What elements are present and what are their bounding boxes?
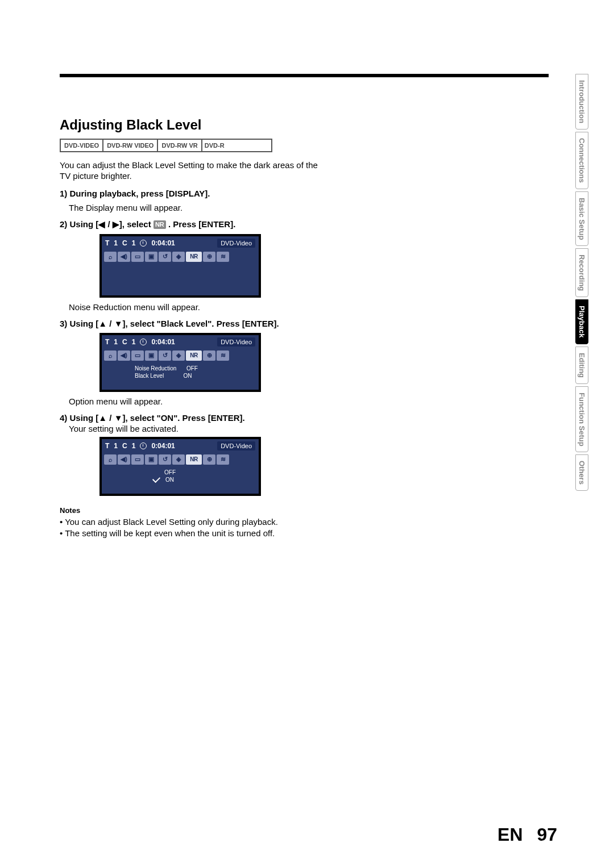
osd-icon-row: ⌕ ◀) ▭ ▣ ↺ ◈ NR ⊕ ≋	[102, 453, 259, 466]
osd-c-value: 1	[132, 442, 136, 450]
osd-c-value: 1	[132, 338, 136, 346]
intro-paragraph: You can adjust the Black Level Setting t…	[60, 160, 327, 182]
footer-page-number: 97	[537, 824, 557, 845]
note-bullet: • You can adjust Black Level Setting onl…	[60, 517, 327, 528]
menu-bl-value: ON	[183, 372, 192, 379]
section-heading: Adjusting Black Level	[60, 117, 327, 133]
check-icon	[152, 475, 160, 483]
osd-t-label: T	[105, 442, 109, 450]
osd-t-value: 1	[114, 442, 118, 450]
audio-icon: ◀)	[118, 454, 130, 465]
angle-icon: ▣	[145, 252, 157, 262]
repeat-icon: ↺	[159, 252, 171, 262]
step-4-title: 4) Using [▲ / ▼], select "ON". Press [EN…	[60, 413, 245, 423]
note-bullet: • The setting will be kept even when the…	[60, 528, 327, 539]
osd-t-value: 1	[114, 338, 118, 346]
osd-format-label: DVD-Video	[217, 337, 255, 347]
disc-tab: DVD-R	[202, 140, 227, 151]
osd-c-label: C	[122, 239, 127, 247]
zoom-icon: ⊕	[203, 350, 215, 361]
osd-screenshot-3: T 1 C 1 0:04:01 DVD-Video ⌕ ◀) ▭ ▣ ↺ ◈	[99, 437, 261, 496]
osd-format-label: DVD-Video	[217, 239, 255, 248]
disc-tab: DVD-RW VR	[158, 140, 202, 151]
clock-icon	[140, 339, 147, 345]
disc-tab: DVD-VIDEO	[61, 140, 103, 151]
osd-body-options: OFF ON	[102, 466, 259, 494]
step-2-title-b: . Press [ENTER].	[168, 219, 235, 229]
zoom-icon: ⊕	[203, 252, 215, 262]
clock-icon	[140, 240, 147, 247]
nr-icon: NR	[186, 252, 202, 262]
nr-chip-icon: NR	[154, 220, 166, 229]
search-icon: ⌕	[104, 454, 117, 465]
repeat-icon: ↺	[159, 350, 171, 361]
audio-icon: ◀)	[118, 252, 130, 262]
osd-t-value: 1	[114, 239, 118, 247]
step-4-caption: Your setting will be activated.	[69, 424, 327, 433]
step-2-caption: Noise Reduction menu will appear.	[69, 302, 327, 312]
surround-icon: ≋	[217, 252, 229, 262]
page-footer: EN 97	[0, 824, 614, 845]
osd-time: 0:04:01	[151, 338, 175, 346]
page-content: Adjusting Black Level DVD-VIDEO DVD-RW V…	[60, 74, 549, 540]
section-side-tabs: Introduction Connections Basic Setup Rec…	[575, 74, 589, 493]
surround-icon: ≋	[217, 454, 229, 465]
side-tab-function-setup[interactable]: Function Setup	[575, 386, 588, 453]
osd-format-label: DVD-Video	[217, 441, 255, 450]
surround-icon: ≋	[217, 350, 229, 361]
angle-icon: ▣	[145, 454, 157, 465]
option-on: ON	[165, 476, 174, 483]
angle-icon: ▣	[145, 350, 157, 361]
step-1-title: 1) During playback, press [DISPLAY].	[60, 189, 210, 198]
osd-t-label: T	[105, 338, 109, 346]
disc-tab: DVD-RW VIDEO	[103, 140, 158, 151]
side-tab-editing[interactable]: Editing	[575, 347, 588, 384]
notes-heading: Notes	[60, 506, 327, 515]
step-3-title: 3) Using [▲ / ▼], select "Black Level". …	[60, 319, 279, 328]
zoom-icon: ⊕	[203, 454, 215, 465]
osd-c-label: C	[122, 442, 127, 450]
section-divider-bar	[60, 74, 549, 77]
osd-body-empty	[102, 264, 259, 295]
step-2-title-a: 2) Using [◀ / ▶], select	[60, 219, 154, 229]
side-tab-recording[interactable]: Recording	[575, 248, 588, 297]
side-tab-introduction[interactable]: Introduction	[575, 74, 588, 130]
subtitle-icon: ▭	[131, 252, 144, 262]
disc-format-tabs: DVD-VIDEO DVD-RW VIDEO DVD-RW VR DVD-R	[60, 139, 272, 152]
side-tab-others[interactable]: Others	[575, 454, 588, 491]
osd-body-menu: Noise Reduction OFF Black Level ON	[102, 362, 259, 390]
search-icon: ⌕	[104, 350, 117, 361]
nr-icon: NR	[186, 350, 202, 361]
osd-time: 0:04:01	[151, 239, 175, 247]
marker-icon: ◈	[172, 252, 185, 262]
option-off: OFF	[164, 469, 176, 476]
side-tab-basic-setup[interactable]: Basic Setup	[575, 191, 588, 246]
osd-screenshot-2: T 1 C 1 0:04:01 DVD-Video ⌕ ◀) ▭ ▣ ↺ ◈	[99, 333, 261, 392]
side-tab-connections[interactable]: Connections	[575, 132, 588, 189]
step-4: 4) Using [▲ / ▼], select "ON". Press [EN…	[60, 413, 327, 423]
footer-lang: EN	[497, 824, 522, 845]
step-1: 1) During playback, press [DISPLAY].	[60, 189, 327, 198]
subtitle-icon: ▭	[131, 350, 144, 361]
osd-c-label: C	[122, 338, 127, 346]
menu-nr-value: OFF	[186, 365, 198, 372]
osd-time: 0:04:01	[151, 442, 175, 450]
audio-icon: ◀)	[118, 350, 130, 361]
repeat-icon: ↺	[159, 454, 171, 465]
nr-icon: NR	[186, 454, 202, 465]
marker-icon: ◈	[172, 350, 185, 361]
step-1-caption: The Display menu will appear.	[69, 203, 327, 212]
menu-nr-label: Noise Reduction	[135, 365, 176, 372]
side-tab-playback[interactable]: Playback	[575, 299, 588, 344]
osd-t-label: T	[105, 239, 109, 247]
clock-icon	[140, 443, 147, 449]
step-3-caption: Option menu will appear.	[69, 397, 327, 406]
search-icon: ⌕	[104, 252, 117, 262]
subtitle-icon: ▭	[131, 454, 144, 465]
osd-icon-row: ⌕ ◀) ▭ ▣ ↺ ◈ NR ⊕ ≋	[102, 349, 259, 362]
osd-c-value: 1	[132, 239, 136, 247]
step-2: 2) Using [◀ / ▶], select NR . Press [ENT…	[60, 219, 327, 229]
menu-bl-label: Black Level	[135, 372, 164, 379]
osd-icon-row: ⌕ ◀) ▭ ▣ ↺ ◈ NR ⊕ ≋	[102, 250, 259, 264]
marker-icon: ◈	[172, 454, 185, 465]
